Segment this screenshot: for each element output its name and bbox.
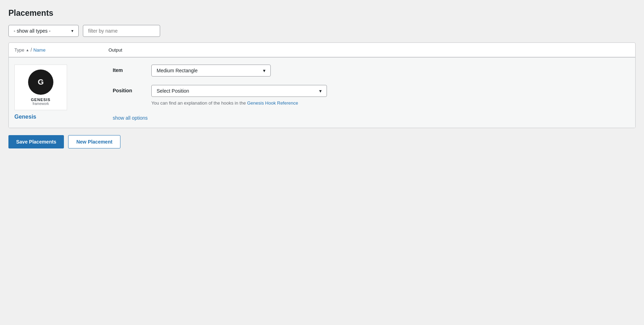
plugin-logo: G GENESIS framework <box>14 65 67 110</box>
filters-row: - show all types - ▾ <box>8 25 636 37</box>
genesis-logo-letter: G <box>38 78 44 87</box>
type-filter-chevron-icon: ▾ <box>71 28 73 33</box>
type-filter-dropdown[interactable]: - show all types - ▾ <box>8 25 79 37</box>
item-dropdown-value: Medium Rectangle <box>157 68 198 73</box>
col-divider: / <box>31 47 32 53</box>
show-all-options-link[interactable]: show all options <box>113 115 148 121</box>
output-area: Item Medium Rectangle ▾ Position Select … <box>106 65 630 121</box>
position-dropdown-chevron-icon: ▾ <box>319 88 322 94</box>
position-row: Position Select Position ▾ You can find … <box>113 85 630 107</box>
item-dropdown[interactable]: Medium Rectangle ▾ <box>151 65 271 77</box>
genesis-logo-name-line2: framework <box>31 102 51 106</box>
plugin-info: G GENESIS framework Genesis <box>14 65 106 121</box>
position-help-prefix: You can find an explanation of the hooks… <box>151 100 247 106</box>
show-all-options-row: show all options <box>113 115 630 121</box>
col-name-sort-link[interactable]: Name <box>33 47 46 53</box>
genesis-logo-name-line1: GENESIS <box>31 98 51 102</box>
position-help-text: You can find an explanation of the hooks… <box>151 100 327 107</box>
item-dropdown-chevron-icon: ▾ <box>263 68 265 73</box>
genesis-hook-reference-link[interactable]: Genesis Hook Reference <box>247 100 298 106</box>
col-type-label: Type <box>14 47 24 53</box>
table-row: G GENESIS framework Genesis Item Medium … <box>9 57 635 128</box>
save-placements-button[interactable]: Save Placements <box>8 135 64 148</box>
position-label: Position <box>113 85 144 93</box>
genesis-plugin-link[interactable]: Genesis <box>14 114 36 120</box>
footer-buttons: Save Placements New Placement <box>8 135 636 148</box>
new-placement-button[interactable]: New Placement <box>68 135 120 148</box>
position-control: Select Position ▾ You can find an explan… <box>151 85 327 107</box>
table-header: Type ▲ / Name Output <box>9 43 635 57</box>
genesis-logo-circle: G <box>28 69 53 95</box>
placements-table: Type ▲ / Name Output G GENESIS framework… <box>8 42 636 128</box>
sort-arrow-icon: ▲ <box>26 48 29 52</box>
page-title: Placements <box>8 8 636 18</box>
table-header-col1: Type ▲ / Name <box>14 47 106 53</box>
item-label: Item <box>113 65 144 73</box>
position-dropdown-value: Select Position <box>157 88 189 94</box>
item-row: Item Medium Rectangle ▾ <box>113 65 630 77</box>
name-filter-input[interactable] <box>83 25 160 37</box>
col-output-label: Output <box>109 47 122 53</box>
table-header-col2: Output <box>109 47 630 53</box>
position-dropdown[interactable]: Select Position ▾ <box>151 85 327 97</box>
type-filter-label: - show all types - <box>14 28 51 34</box>
genesis-logo-label: GENESIS framework <box>31 98 51 106</box>
item-control: Medium Rectangle ▾ <box>151 65 271 77</box>
